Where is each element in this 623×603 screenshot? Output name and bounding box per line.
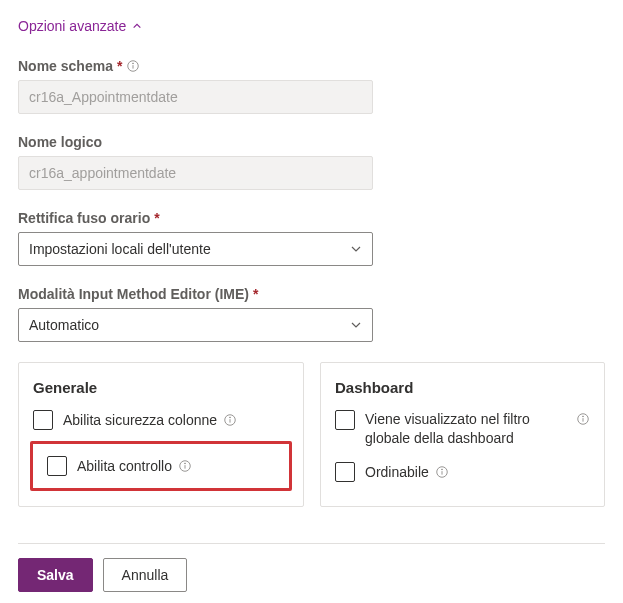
sortable-row: Ordinabile: [335, 462, 590, 482]
logical-name-field: Nome logico: [18, 134, 605, 190]
schema-name-field: Nome schema *: [18, 58, 605, 114]
cancel-button[interactable]: Annulla: [103, 558, 188, 592]
enable-control-checkbox[interactable]: [47, 456, 67, 476]
info-icon[interactable]: [223, 413, 237, 427]
column-security-label: Abilita sicurezza colonne: [63, 412, 217, 428]
column-security-checkbox[interactable]: [33, 410, 53, 430]
logical-name-input: [18, 156, 373, 190]
required-indicator: *: [117, 58, 122, 74]
enable-control-label: Abilita controllo: [77, 458, 172, 474]
schema-name-label: Nome schema: [18, 58, 113, 74]
sortable-checkbox[interactable]: [335, 462, 355, 482]
info-icon[interactable]: [126, 59, 140, 73]
info-icon[interactable]: [435, 465, 449, 479]
svg-point-8: [185, 463, 186, 464]
chevron-down-icon: [350, 243, 362, 255]
dashboard-title: Dashboard: [335, 379, 590, 396]
sortable-label: Ordinabile: [365, 464, 429, 480]
ime-field: Modalità Input Method Editor (IME) * Aut…: [18, 286, 605, 342]
chevron-down-icon: [350, 319, 362, 331]
enable-control-row: Abilita controllo: [47, 456, 275, 476]
global-filter-label: Viene visualizzato nel filtro globale de…: [365, 410, 570, 448]
info-icon[interactable]: [576, 412, 590, 426]
column-security-row: Abilita sicurezza colonne: [33, 410, 289, 430]
required-indicator: *: [253, 286, 258, 302]
timezone-field: Rettifica fuso orario * Impostazioni loc…: [18, 210, 605, 266]
schema-name-input: [18, 80, 373, 114]
enable-control-highlight: Abilita controllo: [30, 441, 292, 491]
ime-value: Automatico: [29, 317, 99, 333]
svg-point-5: [230, 417, 231, 418]
chevron-up-icon: [132, 21, 142, 31]
required-indicator: *: [154, 210, 159, 226]
dashboard-panel: Dashboard Viene visualizzato nel filtro …: [320, 362, 605, 507]
global-filter-checkbox[interactable]: [335, 410, 355, 430]
ime-select[interactable]: Automatico: [18, 308, 373, 342]
logical-name-label: Nome logico: [18, 134, 102, 150]
global-filter-row: Viene visualizzato nel filtro globale de…: [335, 410, 590, 448]
advanced-options-label: Opzioni avanzate: [18, 18, 126, 34]
timezone-select[interactable]: Impostazioni locali dell'utente: [18, 232, 373, 266]
info-icon[interactable]: [178, 459, 192, 473]
svg-point-11: [583, 416, 584, 417]
save-button[interactable]: Salva: [18, 558, 93, 592]
timezone-value: Impostazioni locali dell'utente: [29, 241, 211, 257]
general-title: Generale: [33, 379, 289, 396]
timezone-label: Rettifica fuso orario: [18, 210, 150, 226]
footer-divider: [18, 543, 605, 544]
ime-label: Modalità Input Method Editor (IME): [18, 286, 249, 302]
general-panel: Generale Abilita sicurezza colonne Abili…: [18, 362, 304, 507]
advanced-options-toggle[interactable]: Opzioni avanzate: [18, 18, 605, 34]
svg-point-14: [441, 469, 442, 470]
svg-point-2: [133, 63, 134, 64]
